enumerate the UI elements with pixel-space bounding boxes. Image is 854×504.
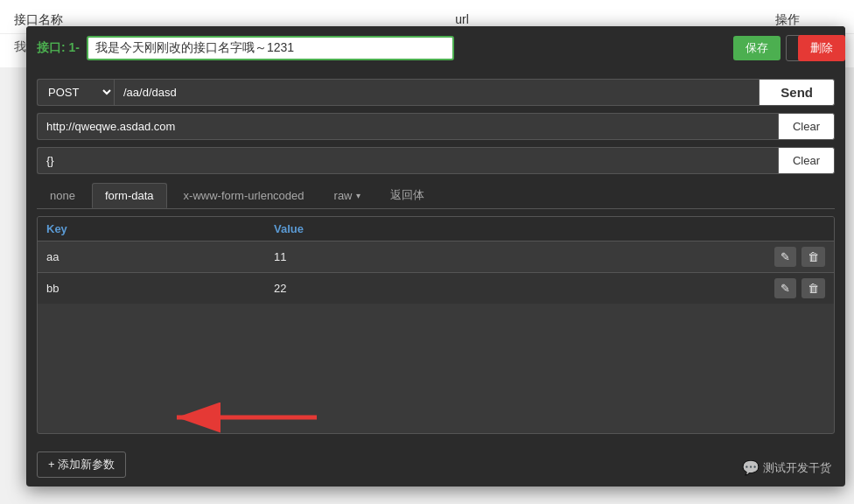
tab-none[interactable]: none (37, 183, 88, 207)
modal-overlay: 接口: 1- 保存 取消 POST GET PUT DELETE PATCH S… (26, 26, 845, 486)
tabs-row: none form-data x-www-form-urlencoded raw… (37, 181, 835, 209)
row-value: 22 (274, 282, 746, 295)
row-actions: ✎ 🗑 (746, 278, 825, 298)
add-param-button[interactable]: + 添加新参数 (37, 452, 126, 478)
row-actions: ✎ 🗑 (746, 247, 825, 267)
tab-raw-label: raw (334, 189, 353, 202)
base-url-row: Clear (37, 113, 835, 140)
row-key: aa (46, 250, 274, 263)
tab-response[interactable]: 返回体 (377, 181, 438, 208)
edit-row-button[interactable]: ✎ (774, 278, 796, 298)
chevron-down-icon: ▾ (356, 191, 360, 200)
modal-header: 接口: 1- 保存 取消 (26, 26, 845, 70)
url-path-input[interactable] (114, 79, 759, 106)
tab-raw[interactable]: raw ▾ (321, 183, 374, 207)
body-input[interactable] (37, 147, 778, 174)
base-url-input[interactable] (37, 113, 778, 140)
row-key: bb (46, 282, 274, 295)
send-button[interactable]: Send (759, 79, 835, 106)
table-row: aa 11 ✎ 🗑 (38, 241, 834, 272)
interface-name-input[interactable] (87, 36, 454, 60)
delete-row-button[interactable]: 🗑 (802, 247, 825, 267)
body-row: Clear (37, 147, 835, 174)
table-row: bb 22 ✎ 🗑 (38, 272, 834, 304)
clear-url-button[interactable]: Clear (778, 113, 835, 140)
tab-form-data[interactable]: form-data (92, 183, 167, 208)
edit-row-button[interactable]: ✎ (774, 247, 796, 267)
col-header-value: Value (274, 222, 746, 235)
method-select[interactable]: POST GET PUT DELETE PATCH (37, 79, 114, 106)
params-table-header: Key Value (38, 217, 834, 241)
col-header-key: Key (46, 222, 274, 235)
interface-label: 接口: 1- (37, 40, 80, 56)
col-header-actions (746, 222, 825, 235)
delete-row-button[interactable]: 🗑 (802, 278, 825, 298)
params-table: Key Value aa 11 ✎ 🗑 bb 22 ✎ 🗑 (37, 216, 835, 434)
tab-x-www-form-urlencoded[interactable]: x-www-form-urlencoded (171, 183, 318, 207)
url-row: POST GET PUT DELETE PATCH Send (37, 79, 835, 106)
delete-button[interactable]: 删除 (798, 35, 845, 61)
clear-body-button[interactable]: Clear (778, 147, 835, 174)
modal-body: POST GET PUT DELETE PATCH Send Clear Cle… (26, 70, 845, 486)
save-button[interactable]: 保存 (733, 36, 780, 60)
row-value: 11 (274, 250, 746, 263)
